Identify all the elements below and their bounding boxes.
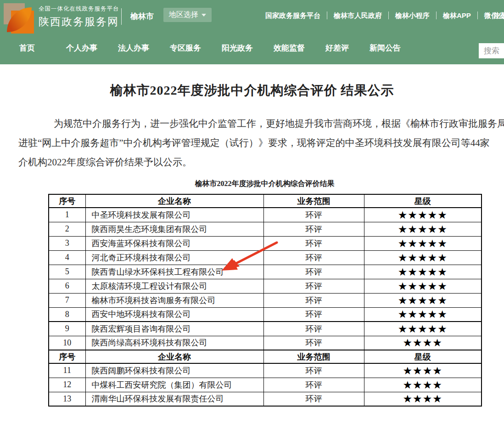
cell-star-rating: ★★★★★ — [364, 236, 482, 250]
link-national-platform[interactable]: 国家政务服务平台 — [265, 11, 327, 19]
cell-star-rating: ★★★★★ — [364, 208, 482, 222]
cell-no: 3 — [49, 236, 85, 250]
cell-star-rating: ★★★★ — [364, 392, 482, 406]
link-yulin-app[interactable]: 榆林APP — [437, 11, 478, 19]
current-city-label: 榆林市 — [130, 11, 154, 22]
page: { "header": { "platform_small": "全国一体化在线… — [0, 0, 504, 435]
cell-no: 9 — [49, 322, 85, 336]
site-brand: 全国一体化在线政务服务平台 陕西政务服务网 — [39, 5, 119, 29]
cell-star-rating: ★★★★★ — [364, 307, 482, 322]
paragraph-line: 为规范中介服务行为，进一步强化中介监管工作，更好地提升我市营商环境，根据《榆林市… — [0, 114, 504, 133]
table-row: 13 渭南华山环保科技发展有限责任公司 环评 ★★★★ — [49, 392, 482, 406]
cell-no: 6 — [49, 279, 85, 293]
cell-company: 陕西青山绿水环保科技工程有限公司 — [85, 265, 263, 279]
col-header-no: 序号 — [49, 194, 85, 208]
cell-company: 河北奇正环境科技有限公司 — [85, 250, 263, 265]
cell-company: 渭南华山环保科技发展有限责任公司 — [85, 392, 263, 406]
site-header: 全国一体化在线政务服务平台 陕西政务服务网 榆林市 地区选择 国家政务服务平台 … — [0, 0, 504, 64]
page-title: 榆林市2022年度涉批中介机构综合评价 结果公示 — [0, 82, 504, 99]
notice-paragraph: 为规范中介服务行为，进一步强化中介监管工作，更好地提升我市营商环境，根据《榆林市… — [0, 114, 504, 172]
cell-scope: 环评 — [263, 208, 364, 222]
cell-company: 西安中地环境科技有限公司 — [85, 307, 263, 322]
cell-scope: 环评 — [263, 265, 364, 279]
nav-item-legal-person[interactable]: 法人办事 — [118, 43, 149, 53]
cell-star-rating: ★★★★★ — [364, 293, 482, 307]
chevron-down-icon — [202, 14, 206, 17]
cell-scope: 环评 — [263, 293, 364, 307]
col-header-scope: 业务范围 — [263, 350, 364, 363]
link-yulin-government[interactable]: 榆林市人民政府 — [327, 11, 389, 19]
cell-star-rating: ★★★★ — [364, 336, 482, 350]
cell-no: 8 — [49, 307, 85, 322]
link-yulin-miniprogram[interactable]: 榆林小程序 — [389, 11, 437, 19]
region-selector-button[interactable]: 地区选择 — [163, 8, 212, 22]
cell-star-rating: ★★★★★ — [364, 250, 482, 265]
site-logo — [4, 3, 34, 34]
nav-item-zone-services[interactable]: 专区服务 — [170, 43, 201, 53]
paragraph-line: 介机构2022年度综合评价结果予以公示。 — [0, 153, 504, 172]
nav-item-efficiency[interactable]: 效能监督 — [274, 43, 305, 53]
nav-item-news[interactable]: 新闻公告 — [370, 43, 401, 53]
nav-item-personal[interactable]: 个人办事 — [66, 43, 97, 53]
brand-divider — [121, 8, 122, 25]
cell-star-rating: ★★★★★ — [364, 322, 482, 336]
evaluation-table: 序号 企业名称 业务范围 星级 1 中圣环境科技发展有限公司 环评 ★★★★★ … — [48, 194, 482, 407]
cell-company: 西安海蓝环保科技有限公司 — [85, 236, 263, 250]
table-row: 5 陕西青山绿水环保科技工程有限公司 环评 ★★★★★ — [49, 265, 482, 279]
cell-star-rating: ★★★★ — [364, 378, 482, 392]
table-row: 8 西安中地环境科技有限公司 环评 ★★★★★ — [49, 307, 482, 322]
cell-company: 陕西阔鹏环保科技有限公司 — [85, 363, 263, 378]
cell-scope: 环评 — [263, 236, 364, 250]
cell-company: 中圣环境科技发展有限公司 — [85, 208, 263, 222]
table-row: 6 太原核清环境工程设计有限公司 环评 ★★★★★ — [49, 279, 482, 293]
cell-no: 11 — [49, 363, 85, 378]
cell-scope: 环评 — [263, 363, 364, 378]
top-link-bar: 国家政务服务平台 榆林市人民政府 榆林小程序 榆林APP 微信公众号 — [265, 11, 504, 19]
cell-no: 2 — [49, 222, 85, 236]
cell-scope: 环评 — [263, 307, 364, 322]
cell-no: 10 — [49, 336, 85, 350]
col-header-scope: 业务范围 — [263, 194, 364, 208]
register-link[interactable]: 注册 — [493, 11, 504, 20]
col-header-stars: 星级 — [364, 350, 482, 363]
cell-scope: 环评 — [263, 222, 364, 236]
cell-scope: 环评 — [263, 378, 364, 392]
nav-item-sunshine-gov[interactable]: 阳光政务 — [222, 43, 253, 53]
table-row: 9 陕西宏辉项目咨询有限公司 环评 ★★★★★ — [49, 322, 482, 336]
site-title: 陕西政务服务网 — [39, 15, 119, 29]
nav-item-home[interactable]: 首页 — [19, 43, 35, 53]
paragraph-line: 进驻“网上中介服务超市”中介机构考评管理规定（试行）》要求，现将评定的中圣环境科… — [0, 133, 504, 153]
search-input[interactable] — [479, 43, 504, 58]
cell-no: 4 — [49, 250, 85, 265]
cell-no: 12 — [49, 378, 85, 392]
cell-scope: 环评 — [263, 336, 364, 350]
table-header-row: 序号 企业名称 业务范围 星级 — [49, 194, 482, 208]
cell-no: 13 — [49, 392, 85, 406]
notice-document: 榆林市2022年度涉批中介机构综合评价 结果公示 为规范中介服务行为，进一步强化… — [0, 64, 504, 407]
table-header-row: 序号 企业名称 业务范围 星级 — [49, 350, 482, 363]
col-header-name: 企业名称 — [85, 350, 263, 363]
cell-company: 太原核清环境工程设计有限公司 — [85, 279, 263, 293]
region-selector-label: 地区选择 — [169, 10, 198, 20]
main-nav: 首页 个人办事 法人办事 专区服务 阳光政务 效能监督 好差评 新闻公告 — [19, 43, 401, 53]
table-row-highlighted: 4 河北奇正环境科技有限公司 环评 ★★★★★ — [49, 250, 482, 265]
table-caption: 榆林市2022年度涉批中介机构综合评价结果 — [48, 179, 481, 189]
table-row: 10 陕西尚绿高科环境科技有限公司 环评 ★★★★ — [49, 336, 482, 350]
cell-company: 陕西尚绿高科环境科技有限公司 — [85, 336, 263, 350]
table-row: 1 中圣环境科技发展有限公司 环评 ★★★★★ — [49, 208, 482, 222]
nav-item-rating[interactable]: 好差评 — [325, 43, 349, 53]
cell-no: 7 — [49, 293, 85, 307]
table-row: 7 榆林市环境科技咨询服务有限公司 环评 ★★★★★ — [49, 293, 482, 307]
cell-star-rating: ★★★★★ — [364, 265, 482, 279]
table-row: 11 陕西阔鹏环保科技有限公司 环评 ★★★★ — [49, 363, 482, 378]
col-header-stars: 星级 — [364, 194, 482, 208]
table-row: 2 陕西雨昊生态环境集团有限公司 环评 ★★★★★ — [49, 222, 482, 236]
cell-company: 榆林市环境科技咨询服务有限公司 — [85, 293, 263, 307]
col-header-name: 企业名称 — [85, 194, 263, 208]
cell-scope: 环评 — [263, 279, 364, 293]
cell-company: 陕西雨昊生态环境集团有限公司 — [85, 222, 263, 236]
cell-no: 1 — [49, 208, 85, 222]
col-header-no: 序号 — [49, 350, 85, 363]
cell-scope: 环评 — [263, 250, 364, 265]
platform-tagline: 全国一体化在线政务服务平台 — [39, 5, 119, 13]
